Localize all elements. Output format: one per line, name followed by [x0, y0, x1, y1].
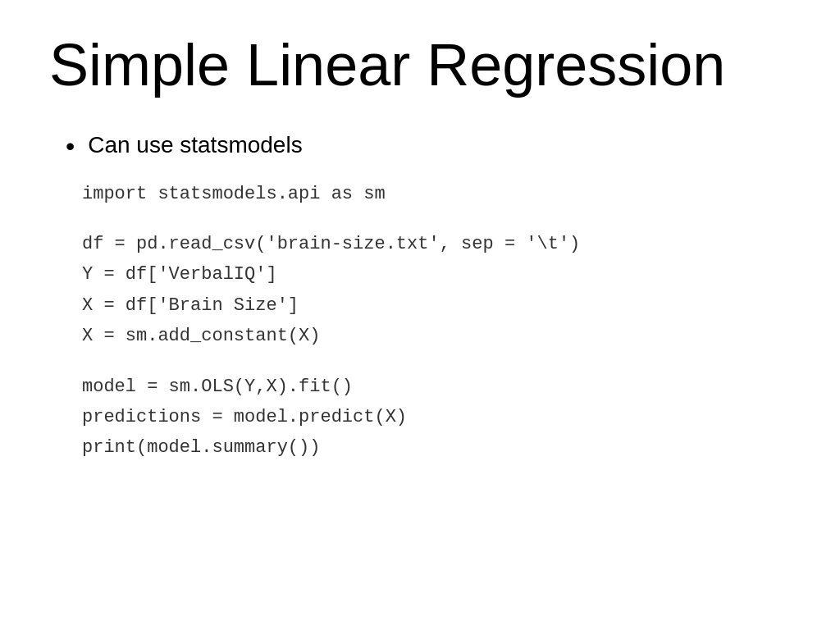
- code-group-data: df = pd.read_csv('brain-size.txt', sep =…: [82, 229, 791, 352]
- bullet-label: Can use statsmodels: [88, 130, 302, 160]
- code-line-4: Y = df['VerbalIQ']: [82, 259, 791, 290]
- code-line-8: model = sm.OLS(Y,X).fit(): [82, 372, 791, 402]
- page-title: Simple Linear Regression: [49, 33, 791, 98]
- code-block: import statsmodels.api as sm df = pd.rea…: [82, 179, 791, 463]
- code-line-10: print(model.summary()): [82, 432, 791, 463]
- code-line-9: predictions = model.predict(X): [82, 402, 791, 432]
- bullet-dot: •: [66, 130, 75, 162]
- code-group-model: model = sm.OLS(Y,X).fit() predictions = …: [82, 372, 791, 463]
- bullet-section: • Can use statsmodels import statsmodels…: [66, 130, 791, 463]
- code-line-3: df = pd.read_csv('brain-size.txt', sep =…: [82, 229, 791, 259]
- bullet-item: • Can use statsmodels: [66, 130, 791, 162]
- code-line-1: import statsmodels.api as sm: [82, 179, 791, 209]
- code-group-import: import statsmodels.api as sm: [82, 179, 791, 209]
- code-line-5: X = df['Brain Size']: [82, 290, 791, 321]
- code-line-6: X = sm.add_constant(X): [82, 321, 791, 351]
